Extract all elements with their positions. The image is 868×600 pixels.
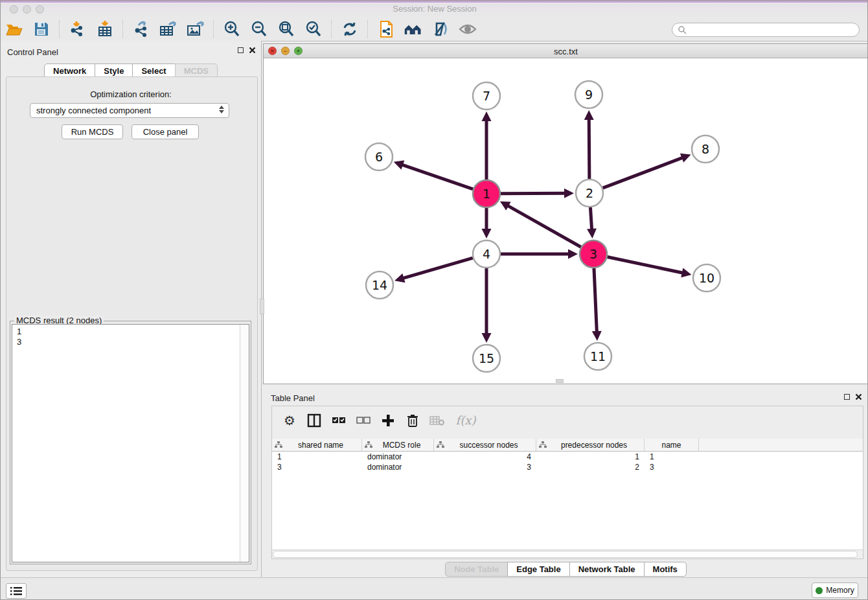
tab-motifs[interactable]: Motifs	[644, 562, 687, 577]
scrollbar-thumb[interactable]	[273, 551, 858, 558]
new-network-from-selection-icon[interactable]	[376, 19, 396, 39]
table-cell[interactable]: dominator	[362, 452, 434, 462]
search-input[interactable]	[672, 23, 860, 37]
houses-icon[interactable]	[404, 19, 423, 39]
network-window-titlebar[interactable]: ✕ − + scc.txt	[264, 44, 868, 58]
edge-arrowhead	[564, 189, 574, 198]
graph-edge-1-6[interactable]	[400, 164, 473, 189]
table-toolbar: ⚙ f(x)	[272, 406, 863, 434]
toolbar-separator	[59, 20, 60, 38]
tree-icon	[437, 441, 444, 448]
node-table: shared nameMCDS rolesuccessor nodesprede…	[272, 439, 863, 549]
toolbar-separator	[331, 20, 332, 38]
optimization-criterion-dropdown[interactable]: strongly connected component	[30, 103, 229, 118]
table-cell[interactable]: 3	[434, 462, 536, 472]
table-cell[interactable]: 4	[434, 452, 536, 462]
mcds-result-scrollbar[interactable]	[240, 325, 249, 562]
table-cell[interactable]: 3	[645, 462, 699, 472]
export-table-icon[interactable]	[159, 19, 178, 39]
run-mcds-button[interactable]: Run MCDS	[62, 124, 123, 139]
graph-edge-1-2[interactable]	[501, 193, 567, 194]
table-panel-title: Table Panel	[271, 393, 315, 403]
column-header-predecessor-nodes[interactable]: predecessor nodes	[536, 439, 645, 451]
table-cell[interactable]: 3	[272, 462, 362, 472]
network-canvas[interactable]: 7968124314101511	[264, 58, 868, 384]
canvas-splitter-grip[interactable]	[556, 379, 564, 383]
graph-edge-3-10[interactable]	[608, 257, 685, 273]
import-table-icon[interactable]	[95, 19, 115, 39]
add-column-icon[interactable]	[379, 411, 397, 430]
edge-arrowhead	[592, 331, 602, 341]
edge-arrowhead	[681, 268, 691, 278]
graph-edge-3-1[interactable]	[506, 205, 580, 247]
graph-node-label: 10	[699, 271, 714, 285]
close-panel-button[interactable]: Close panel	[131, 124, 199, 139]
zoom-fit-icon[interactable]	[277, 19, 296, 39]
export-image-icon[interactable]	[186, 19, 205, 39]
table-cell[interactable]: 1	[645, 452, 699, 462]
column-header-MCDS-role[interactable]: MCDS role	[362, 439, 434, 451]
list-icon	[10, 586, 22, 595]
open-session-icon[interactable]	[5, 19, 24, 39]
gear-icon[interactable]: ⚙	[280, 411, 299, 430]
task-history-button[interactable]	[6, 583, 27, 599]
tab-edge-table[interactable]: Edge Table	[507, 562, 569, 577]
table-tab-bar: Node TableEdge TableNetwork TableMotifs	[263, 562, 868, 577]
memory-button[interactable]: Memory	[812, 583, 858, 598]
table-cell[interactable]: dominator	[362, 462, 434, 472]
tab-node-table[interactable]: Node Table	[445, 562, 508, 577]
column-header-successor-nodes[interactable]: successor nodes	[434, 439, 536, 451]
mcds-result-list[interactable]: 1 3	[12, 324, 249, 562]
edge-arrowhead	[584, 110, 594, 120]
select-all-icon[interactable]	[330, 411, 348, 430]
control-panel-close-icon[interactable]	[249, 47, 256, 54]
hide-labels-icon[interactable]	[431, 19, 450, 39]
table-row[interactable]: 1dominator411	[272, 452, 863, 462]
zoom-out-icon[interactable]	[249, 19, 269, 39]
import-network-icon[interactable]	[68, 19, 87, 39]
trash-icon[interactable]	[404, 411, 422, 430]
zoom-in-icon[interactable]	[222, 19, 242, 39]
network-graph: 7968124314101511	[264, 58, 868, 384]
table-horizontal-scrollbar[interactable]	[272, 549, 863, 559]
tab-network-table[interactable]: Network Table	[569, 562, 645, 577]
table-cell[interactable]: 1	[536, 452, 645, 462]
graph-node-label: 7	[483, 89, 490, 103]
function-builder-icon[interactable]: f(x)	[453, 411, 479, 430]
dropdown-value: strongly connected component	[36, 106, 151, 115]
graph-node-label: 9	[585, 87, 593, 102]
table-cell[interactable]: 1	[272, 452, 362, 462]
export-network-icon[interactable]	[131, 19, 151, 39]
graph-node-label: 1	[483, 187, 490, 201]
application-window: Session: New Session	[0, 0, 868, 600]
graph-edge-2-8[interactable]	[603, 157, 685, 188]
refresh-icon[interactable]	[340, 19, 360, 39]
graph-node-label: 4	[483, 247, 490, 261]
graph-edge-3-11[interactable]	[594, 268, 597, 334]
zoom-selected-icon[interactable]	[304, 19, 323, 39]
column-header-shared-name[interactable]: shared name	[272, 439, 362, 451]
delete-table-icon[interactable]	[428, 411, 446, 430]
edge-arrowhead	[482, 333, 492, 343]
control-panel-float-icon[interactable]	[238, 47, 244, 53]
mcds-result-values: 1 3	[17, 327, 21, 347]
graph-edge-2-9[interactable]	[589, 117, 589, 179]
column-layout-icon[interactable]	[305, 411, 323, 430]
save-session-icon[interactable]	[32, 19, 51, 39]
table-cell[interactable]: 2	[536, 462, 645, 472]
graph-edge-2-3[interactable]	[590, 207, 591, 231]
graph-node-label: 6	[375, 150, 383, 164]
table-panel-close-icon[interactable]	[855, 393, 862, 400]
deselect-all-icon[interactable]	[354, 411, 372, 430]
graph-node-label: 11	[590, 349, 606, 363]
table-row[interactable]: 3dominator323	[272, 462, 863, 472]
search-icon	[678, 25, 687, 34]
node-table-header: shared nameMCDS rolesuccessor nodesprede…	[272, 439, 863, 452]
eye-icon[interactable]	[458, 19, 477, 39]
column-header-name[interactable]: name	[645, 439, 699, 451]
vertical-splitter-handle[interactable]	[260, 299, 264, 314]
graph-edge-4-14[interactable]	[402, 258, 473, 279]
mcds-result-box: MCDS result (2 nodes) 1 3	[10, 321, 251, 564]
toolbar-separator	[367, 20, 369, 38]
table-panel-float-icon[interactable]	[844, 394, 850, 400]
